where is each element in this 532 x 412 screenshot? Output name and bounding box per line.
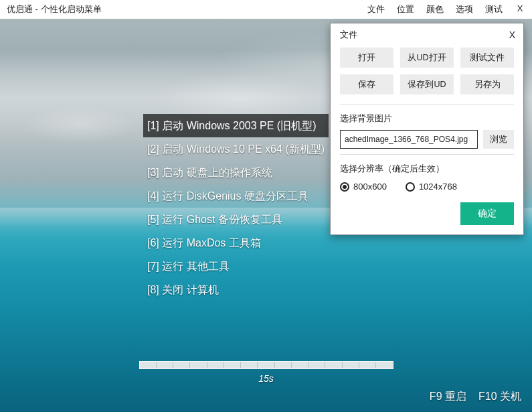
file-panel-header: 文件 X — [331, 23, 523, 48]
save-button[interactable]: 保存 — [340, 74, 393, 94]
open-from-ud-button[interactable]: 从UD打开 — [400, 48, 454, 68]
boot-item-7[interactable]: [7] 运行 其他工具 — [143, 255, 329, 278]
resolution-option-1024x768[interactable]: 1024x768 — [406, 182, 457, 192]
panel-separator — [340, 104, 514, 105]
file-panel-title: 文件 — [340, 29, 509, 41]
resolution-option-800x600[interactable]: 800x600 — [340, 182, 387, 192]
confirm-button[interactable]: 确定 — [460, 202, 514, 225]
boot-item-5[interactable]: [5] 运行 Ghost 备份恢复工具 — [143, 208, 329, 231]
open-button[interactable]: 打开 — [340, 48, 393, 68]
menu-file[interactable]: 文件 — [367, 3, 385, 15]
hotkey-reboot: F9 重启 — [430, 390, 466, 404]
hotkey-hints: F9 重启 F10 关机 — [430, 390, 521, 404]
boot-item-8[interactable]: [8] 关闭 计算机 — [143, 278, 329, 301]
resolution-label: 选择分辨率（确定后生效） — [340, 163, 514, 175]
menu-position[interactable]: 位置 — [397, 3, 414, 15]
file-panel-close-button[interactable]: X — [509, 29, 515, 40]
app-close-button[interactable]: X — [515, 3, 525, 15]
app-title: 优启通 - 个性化启动菜单 — [7, 3, 367, 15]
menu-options[interactable]: 选项 — [456, 3, 473, 15]
resolution-option-label: 1024x768 — [419, 182, 457, 192]
boot-item-2[interactable]: [2] 启动 Windows 10 PE x64 (新机型) — [143, 137, 329, 161]
test-file-button[interactable]: 测试文件 — [460, 48, 514, 68]
boot-item-3[interactable]: [3] 启动 硬盘上的操作系统 — [143, 161, 329, 184]
menu-test[interactable]: 测试 — [485, 3, 503, 15]
boot-menu: [1] 启动 Windows 2003 PE (旧机型) [2] 启动 Wind… — [143, 114, 329, 301]
browse-button[interactable]: 浏览 — [483, 130, 514, 149]
countdown-timer: 15s — [139, 373, 393, 384]
boot-item-4[interactable]: [4] 运行 DiskGenius 硬盘分区工具 — [143, 184, 329, 208]
hotkey-shutdown: F10 关机 — [478, 390, 521, 404]
boot-item-1[interactable]: [1] 启动 Windows 2003 PE (旧机型) — [143, 114, 329, 137]
panel-separator-2 — [340, 154, 514, 155]
main-toolbar: 优启通 - 个性化启动菜单 文件 位置 颜色 选项 测试 X — [0, 0, 532, 19]
countdown-area: 15s — [139, 361, 393, 384]
boot-item-6[interactable]: [6] 运行 MaxDos 工具箱 — [143, 231, 329, 255]
save-to-ud-button[interactable]: 保存到UD — [400, 74, 454, 94]
background-label: 选择背景图片 — [340, 113, 514, 125]
file-panel: 文件 X 打开 从UD打开 测试文件 保存 保存到UD 另存为 选择背景图片 浏… — [330, 23, 524, 235]
countdown-progress — [139, 361, 393, 369]
radio-icon — [340, 182, 349, 192]
save-as-button[interactable]: 另存为 — [460, 74, 514, 94]
resolution-section: 选择分辨率（确定后生效） 800x600 1024x768 — [331, 163, 523, 192]
preview-stage: [1] 启动 Windows 2003 PE (旧机型) [2] 启动 Wind… — [0, 19, 532, 412]
background-path-input[interactable] — [340, 130, 478, 149]
file-button-grid: 打开 从UD打开 测试文件 保存 保存到UD 另存为 — [331, 48, 523, 98]
radio-icon — [406, 182, 415, 192]
background-section: 选择背景图片 浏览 — [331, 113, 523, 149]
main-menu: 文件 位置 颜色 选项 测试 X — [367, 3, 525, 15]
resolution-option-label: 800x600 — [353, 182, 387, 192]
menu-color[interactable]: 颜色 — [426, 3, 444, 15]
